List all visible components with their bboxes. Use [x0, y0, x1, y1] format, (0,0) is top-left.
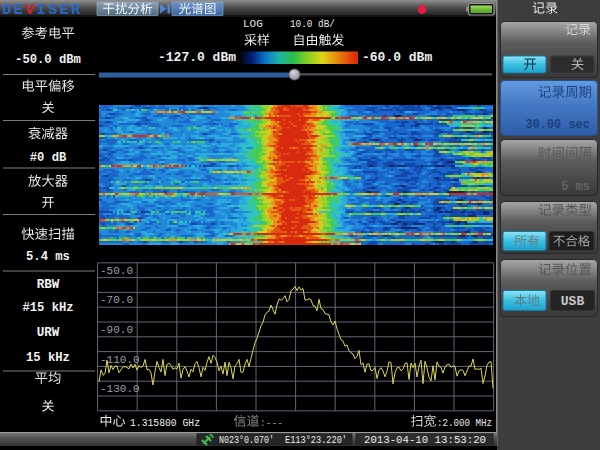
svg-text:-50.0 dBm: -50.0 dBm	[15, 53, 81, 67]
svg-text:1.315800 GHz: 1.315800 GHz	[130, 417, 200, 429]
svg-text:-110.0: -110.0	[100, 354, 140, 366]
svg-text:-70.0: -70.0	[100, 294, 133, 306]
svg-text:USB: USB	[561, 294, 585, 309]
svg-text:-90.0: -90.0	[100, 324, 133, 336]
svg-text:RBW: RBW	[37, 278, 60, 292]
svg-text:LOG: LOG	[243, 18, 263, 30]
svg-text:DEVISER: DEVISER	[2, 1, 83, 19]
svg-text:15 kHz: 15 kHz	[26, 351, 70, 365]
svg-text:10.0 dB/: 10.0 dB/	[290, 18, 335, 30]
svg-text:#0 dB: #0 dB	[30, 151, 67, 165]
svg-text:-60.0 dBm: -60.0 dBm	[362, 50, 432, 65]
svg-text:#15 kHz: #15 kHz	[22, 301, 73, 315]
svg-text:5 ms: 5 ms	[561, 180, 590, 194]
svg-text::2.000 MHz: :2.000 MHz	[437, 417, 492, 429]
svg-text:-50.0: -50.0	[100, 265, 133, 277]
svg-text:2013-04-10 13:53:20: 2013-04-10 13:53:20	[364, 434, 486, 446]
svg-text:E113°23.220': E113°23.220'	[285, 435, 347, 446]
svg-text:-127.0 dBm: -127.0 dBm	[158, 50, 236, 65]
svg-text:30.00 sec: 30.00 sec	[525, 118, 590, 132]
svg-text:N023°0.070': N023°0.070'	[219, 435, 274, 446]
svg-text:5.4 ms: 5.4 ms	[26, 250, 70, 264]
svg-text::---: :---	[260, 417, 283, 429]
svg-text:URW: URW	[37, 326, 60, 340]
svg-text:-130.0: -130.0	[100, 383, 140, 395]
